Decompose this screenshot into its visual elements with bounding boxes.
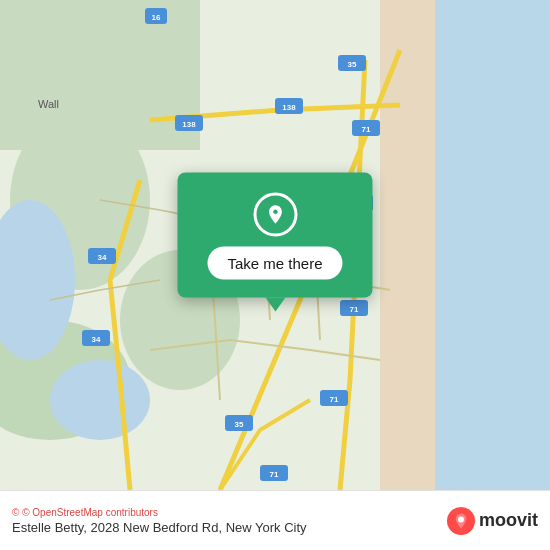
svg-text:71: 71 [330,395,339,404]
svg-text:71: 71 [270,470,279,479]
svg-text:34: 34 [92,335,101,344]
moovit-icon [447,507,475,535]
svg-text:138: 138 [182,120,196,129]
svg-text:34: 34 [98,253,107,262]
svg-text:71: 71 [362,125,371,134]
svg-text:35: 35 [348,60,357,69]
moovit-logo: moovit [447,507,538,535]
osm-credit-text: © OpenStreetMap contributors [22,507,158,518]
svg-text:138: 138 [282,103,296,112]
svg-text:16: 16 [152,13,161,22]
bottom-bar: © © OpenStreetMap contributors Estelle B… [0,490,550,550]
svg-text:71: 71 [350,305,359,314]
svg-point-8 [50,360,150,440]
take-me-there-button[interactable]: Take me there [207,247,342,280]
map-container: 16 138 35 71 71 71 71 34 34 35 71 138 Wa… [0,0,550,490]
popup-card: Take me there [177,173,372,298]
moovit-text: moovit [479,510,538,531]
osm-credit: © © OpenStreetMap contributors [12,507,439,518]
svg-text:Wall: Wall [38,98,59,110]
location-text: Estelle Betty, 2028 New Bedford Rd, New … [12,520,439,535]
osm-copyright-icon: © [12,507,19,518]
svg-text:35: 35 [235,420,244,429]
location-pin-icon [253,193,297,237]
svg-rect-1 [430,0,550,490]
